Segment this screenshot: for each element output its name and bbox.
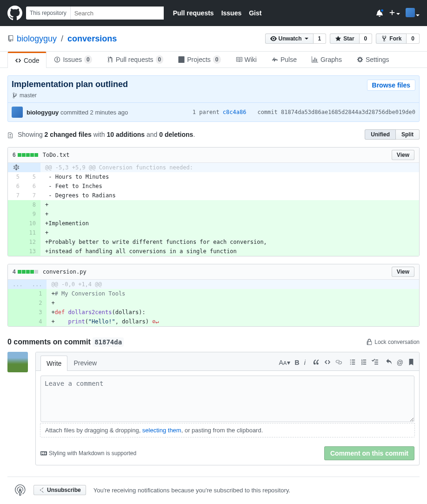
bullet-list-icon[interactable] xyxy=(349,359,356,367)
diff-file: 6 ToDo.txt View @@ -5,3 +5,9 @@ Conversi… xyxy=(7,147,420,256)
unwatch-button[interactable]: Unwatch xyxy=(265,34,314,44)
quote-icon[interactable] xyxy=(313,359,320,367)
diff-table: @@ -5,3 +5,9 @@ Conversion functions nee… xyxy=(8,163,419,256)
github-logo-icon[interactable] xyxy=(7,6,22,20)
fork-button[interactable]: Fork xyxy=(376,34,407,44)
diff-table: ......@@ -0,0 +1,4 @@ 1+# My Conversion … xyxy=(8,280,419,326)
markdown-toolbar: AA▾ B i xyxy=(279,359,414,367)
numbered-list-icon[interactable] xyxy=(360,359,367,367)
unsubscribe-button[interactable]: Unsubscribe xyxy=(33,485,86,495)
repo-owner-link[interactable]: biologyguy xyxy=(17,34,57,43)
search-scope[interactable]: This repository xyxy=(26,7,71,20)
stars-count[interactable]: 0 xyxy=(360,34,373,44)
attach-hint: Attach files by dragging & dropping, sel… xyxy=(40,423,415,437)
bold-icon[interactable]: B xyxy=(295,359,300,367)
view-split-button[interactable]: Split xyxy=(396,129,420,140)
diff-line: 66 - Feet to Inches xyxy=(8,181,419,191)
notifications-icon[interactable] xyxy=(376,9,383,17)
comments-header: 0 comments on commit 81874da Lock conver… xyxy=(7,338,420,346)
repo-tabs: Code Issues0 Pull requests0 Projects0 Wi… xyxy=(0,52,427,68)
author-avatar[interactable] xyxy=(12,107,23,118)
search-input[interactable] xyxy=(71,7,164,20)
tab-pulse[interactable]: Pulse xyxy=(264,52,304,67)
markdown-hint[interactable]: Styling with Markdown is supported xyxy=(40,450,136,457)
diffstat: 6 xyxy=(13,152,38,158)
diff-line: 12+Probably better to write different fu… xyxy=(8,237,419,247)
diff-line: 2+ xyxy=(8,298,419,308)
diff-line: 3+def dollars2cents(dollars): xyxy=(8,308,419,317)
tab-graphs[interactable]: Graphs xyxy=(304,52,349,67)
comment-tab-preview[interactable]: Preview xyxy=(67,355,103,370)
diff-icon xyxy=(7,132,14,138)
tab-pull-requests[interactable]: Pull requests0 xyxy=(100,52,171,67)
view-file-button[interactable]: View xyxy=(392,150,414,160)
repo-separator: / xyxy=(61,34,63,43)
diff-line: 1+# My Conversion Tools xyxy=(8,289,419,298)
branch-label[interactable]: master xyxy=(12,92,128,102)
watchers-count[interactable]: 1 xyxy=(314,34,327,44)
view-file-button[interactable]: View xyxy=(392,267,414,277)
nav-gist[interactable]: Gist xyxy=(249,9,261,17)
header-search: This repository xyxy=(26,7,164,20)
diff-line: 4+ print("Hello!", dollars) ⊘↵ xyxy=(8,317,419,326)
changed-files-link[interactable]: 2 changed files xyxy=(45,131,92,138)
diff-file: 4 conversion.py View ......@@ -0,0 +1,4 … xyxy=(7,264,420,327)
comment-tab-write[interactable]: Write xyxy=(40,356,67,371)
repo-header: biologyguy / conversions Unwatch 1 Star … xyxy=(0,26,427,52)
diff-line: 55 - Hours to Minutes xyxy=(8,172,419,181)
bookmark-icon[interactable] xyxy=(408,359,414,367)
tab-issues[interactable]: Issues0 xyxy=(47,52,99,67)
author-link[interactable]: biologyguy xyxy=(27,109,59,116)
subscription-row: Unsubscribe You're receiving notificatio… xyxy=(7,477,420,503)
commit-time: 2 minutes ago xyxy=(90,109,128,116)
browse-files-button[interactable]: Browse files xyxy=(367,80,415,91)
create-new-icon[interactable] xyxy=(389,9,400,17)
nav-pull-requests[interactable]: Pull requests xyxy=(173,9,214,17)
diff-line: 11+ xyxy=(8,228,419,237)
diffstat: 4 xyxy=(13,269,38,275)
diff-line: 77 - Degrees to Radians xyxy=(8,191,419,200)
tab-wiki[interactable]: Wiki xyxy=(228,52,264,67)
broadcast-icon xyxy=(15,484,26,496)
commit-summary: Implementation plan outlined master Brow… xyxy=(7,75,420,122)
link-icon[interactable] xyxy=(335,359,342,367)
parent-sha: 1 parent c8c4a86 xyxy=(193,109,247,115)
text-size-icon[interactable]: AA▾ xyxy=(279,359,290,367)
mention-icon[interactable]: @ xyxy=(397,359,403,367)
commit-sha: commit 81874da53d86ae1685d2844a3d28756db… xyxy=(257,109,415,115)
global-header: This repository Pull requests Issues Gis… xyxy=(0,0,427,26)
file-name[interactable]: conversion.py xyxy=(43,269,87,275)
comment-submit-button[interactable]: Comment on this commit xyxy=(324,446,414,460)
user-menu[interactable] xyxy=(406,8,420,19)
diff-line: 10+Implemention xyxy=(8,219,419,228)
header-nav: Pull requests Issues Gist xyxy=(173,9,262,17)
nav-issues[interactable]: Issues xyxy=(221,9,242,17)
unfold-icon[interactable] xyxy=(13,164,20,171)
comment-textarea[interactable] xyxy=(40,376,414,422)
repo-icon xyxy=(7,35,14,42)
file-name[interactable]: ToDo.txt xyxy=(43,152,70,158)
comment-form: Write Preview AA▾ B i xyxy=(7,352,420,465)
tab-settings[interactable]: Settings xyxy=(349,52,397,67)
task-list-icon[interactable] xyxy=(372,359,378,367)
italic-icon[interactable]: i xyxy=(304,359,306,367)
forks-count[interactable]: 0 xyxy=(407,34,420,44)
diff-summary: Showing 2 changed files with 10 addition… xyxy=(7,129,420,140)
reply-icon[interactable] xyxy=(386,359,392,367)
lock-conversation-link[interactable]: Lock conversation xyxy=(366,339,420,345)
subscription-text: You're receiving notifications because y… xyxy=(93,487,290,494)
code-icon[interactable] xyxy=(324,359,331,367)
commit-title: Implementation plan outlined xyxy=(12,80,128,89)
tab-projects[interactable]: Projects0 xyxy=(171,52,228,67)
tab-code[interactable]: Code xyxy=(7,52,47,68)
repo-name-link[interactable]: conversions xyxy=(67,34,117,43)
diff-line: 8+ xyxy=(8,200,419,209)
avatar-icon xyxy=(406,8,415,17)
select-files-link[interactable]: selecting them xyxy=(142,427,181,434)
diff-line: 13+instead of handling all conversions i… xyxy=(8,247,419,256)
diff-line: 9+ xyxy=(8,209,419,219)
star-button[interactable]: Star xyxy=(330,34,359,44)
current-user-avatar[interactable] xyxy=(7,352,28,372)
view-unified-button[interactable]: Unified xyxy=(365,129,396,140)
